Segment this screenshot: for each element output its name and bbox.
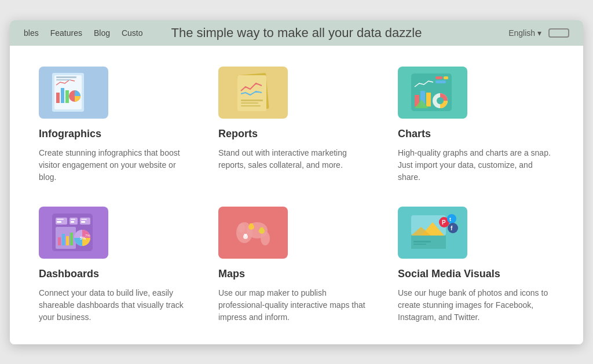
svg-rect-34	[58, 237, 61, 245]
svg-rect-2	[56, 93, 60, 103]
dashboards-title: Dashboards	[39, 268, 195, 280]
language-selector[interactable]: English ▾	[508, 28, 541, 38]
page-headline: The simple way to make all your data daz…	[171, 25, 422, 41]
infographics-icon	[39, 67, 108, 119]
card-infographics: Infographics Create stunning infographic…	[39, 67, 195, 183]
card-dashboards: 5% 7% Dashboards Connect your data to bu…	[39, 207, 195, 323]
cards-grid: Infographics Create stunning infographic…	[39, 67, 554, 323]
card-social: P t f Social Media Visuals Use our huge …	[398, 207, 554, 323]
svg-rect-30	[71, 221, 74, 223]
reports-title: Reports	[218, 128, 375, 140]
charts-icon	[398, 67, 467, 119]
svg-rect-31	[81, 219, 87, 220]
svg-rect-28	[57, 221, 61, 223]
card-charts: Charts High-quality graphs and charts ar…	[398, 67, 554, 183]
svg-point-45	[238, 223, 245, 233]
maps-icon	[218, 207, 288, 259]
card-reports: Reports Stand out with interactive marke…	[218, 67, 375, 183]
svg-rect-26	[80, 218, 90, 225]
dashboards-icon: 5% 7%	[39, 207, 108, 259]
svg-text:7%: 7%	[85, 234, 90, 237]
social-desc: Use our huge bank of photos and icons to…	[398, 287, 554, 323]
svg-rect-35	[62, 234, 65, 245]
infographics-desc: Create stunning infographics that boost …	[39, 147, 195, 183]
svg-rect-6	[56, 76, 76, 78]
svg-rect-37	[70, 233, 73, 245]
charts-desc: High-quality graphs and charts are a sna…	[398, 147, 554, 183]
nav-bar: bles Features Blog Custo The simple way …	[10, 20, 583, 46]
maps-title: Maps	[218, 268, 375, 280]
nav-link-bles[interactable]: bles	[24, 28, 39, 38]
svg-rect-10	[241, 100, 263, 101]
charts-title: Charts	[398, 128, 554, 140]
dashboards-desc: Connect your data to build live, easily …	[39, 287, 195, 323]
svg-point-21	[437, 97, 444, 104]
svg-text:t: t	[449, 216, 451, 222]
svg-point-63	[448, 223, 458, 233]
main-content: Infographics Create stunning infographic…	[10, 46, 583, 344]
svg-rect-12	[241, 105, 261, 106]
svg-rect-7	[56, 79, 71, 80]
svg-rect-27	[57, 219, 64, 220]
svg-rect-3	[61, 88, 64, 103]
svg-rect-16	[435, 80, 446, 83]
svg-rect-58	[413, 244, 426, 245]
social-title: Social Media Visuals	[398, 268, 554, 280]
svg-rect-57	[413, 241, 431, 242]
svg-rect-19	[426, 93, 431, 106]
svg-rect-4	[65, 90, 69, 103]
svg-rect-29	[71, 219, 75, 220]
reports-icon	[218, 67, 288, 119]
svg-rect-36	[66, 236, 69, 245]
nav-link-blog[interactable]: Blog	[94, 28, 110, 38]
nav-link-features[interactable]: Features	[50, 28, 82, 38]
browser-frame: bles Features Blog Custo The simple way …	[10, 20, 583, 344]
maps-desc: Use our map maker to publish professiona…	[218, 287, 375, 323]
nav-right: English ▾	[508, 28, 569, 38]
svg-rect-14	[435, 76, 442, 79]
svg-rect-11	[241, 102, 258, 104]
nav-link-custo[interactable]: Custo	[122, 28, 143, 38]
card-maps: Maps Use our map maker to publish profes…	[218, 207, 375, 323]
reports-desc: Stand out with interactive marketing rep…	[218, 147, 375, 171]
svg-text:P: P	[442, 219, 446, 226]
svg-rect-32	[81, 221, 85, 223]
infographics-title: Infographics	[39, 128, 195, 140]
social-icon: P t f	[398, 207, 467, 259]
nav-cta-button[interactable]	[548, 28, 569, 38]
svg-rect-15	[444, 76, 448, 79]
svg-point-61	[447, 214, 456, 223]
nav-links: bles Features Blog Custo	[24, 28, 143, 38]
